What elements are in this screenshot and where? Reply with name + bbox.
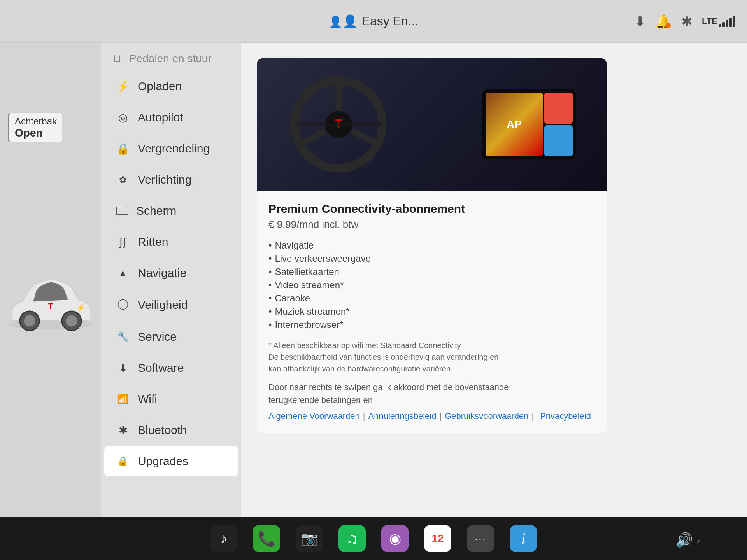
tesla-car-image: T ⚡ — [0, 268, 101, 338]
sidebar-item-ritten[interactable]: ʃʃ Ritten — [104, 227, 238, 257]
plan-price: € 9,99/mnd incl. btw — [268, 219, 595, 231]
link-algemene[interactable]: Algemene Voorwaarden — [268, 411, 360, 421]
download-icon: ⬇ — [116, 362, 130, 374]
wifi-label: Wifi — [138, 392, 157, 406]
svg-text:⚡: ⚡ — [76, 303, 86, 312]
autopilot-label: Autopilot — [138, 111, 183, 124]
features-list: Navigatie Live verkeersweergave Satellie… — [268, 240, 595, 330]
lock-icon: 🔒 — [116, 142, 130, 155]
taskbar-music[interactable]: ♪ — [210, 525, 237, 552]
nav-right-arrow[interactable]: › — [697, 534, 700, 546]
taskbar-purple-app[interactable]: ◉ — [381, 525, 409, 552]
sidebar-item-wifi[interactable]: 📶 Wifi — [104, 384, 238, 414]
car-status-value: Open — [15, 127, 57, 139]
sep-2: | — [439, 411, 442, 421]
user-profile[interactable]: 👤 Easy En... — [329, 14, 419, 29]
shield-icon: ⓘ — [116, 298, 130, 312]
nav-icon: ▲ — [116, 268, 130, 278]
wrench-icon: 🔧 — [116, 331, 130, 342]
top-bar-center: 👤 Easy En... — [329, 14, 419, 29]
mini-map: AP — [486, 93, 543, 156]
svg-line-10 — [298, 131, 325, 145]
agreement-text: Door naar rechts te swipen ga ik akkoord… — [268, 381, 595, 406]
feature-internet: Internetbrowser* — [268, 319, 595, 330]
link-privacy[interactable]: Privacybeleid — [540, 411, 591, 421]
ritten-label: Ritten — [138, 235, 168, 248]
opladen-label: Opladen — [138, 80, 182, 93]
connectivity-card: T AP — [257, 58, 607, 433]
car-area: Achterbak Open T ⚡ — [0, 43, 101, 517]
mini-app-1 — [544, 93, 573, 124]
sidebar-item-upgrades[interactable]: 🔒 Upgrades — [104, 446, 238, 476]
bolt-icon: ⚡ — [116, 80, 130, 93]
pedal-icon — [113, 52, 121, 65]
light-icon: ✿ — [116, 174, 130, 185]
svg-point-4 — [66, 315, 77, 327]
notification-wrap: 🔔 — [655, 14, 672, 29]
volume-area: 🔊 › — [675, 532, 700, 548]
sidebar-item-bluetooth[interactable]: ✱ Bluetooth — [104, 415, 238, 445]
sidebar-item-veiligheid[interactable]: ⓘ Veiligheid — [104, 289, 238, 321]
notification-dot — [665, 23, 671, 28]
mini-screen: AP — [482, 89, 576, 159]
upgrades-label: Upgrades — [138, 455, 188, 468]
feature-live: Live verkeersweergave — [268, 253, 595, 264]
lte-signal: LTE — [702, 16, 735, 27]
top-bar: 👤 Easy En... ⬇ 🔔 ✱ LTE — [0, 0, 747, 43]
autopilot-icon: ◎ — [116, 111, 130, 124]
sidebar-item-scherm[interactable]: Scherm — [104, 196, 238, 226]
pedalen-label: Pedalen en stuur — [129, 52, 212, 65]
sidebar-item-opladen[interactable]: ⚡ Opladen — [104, 71, 238, 102]
mini-app-2 — [544, 125, 573, 156]
main-content: T AP — [241, 43, 747, 517]
svg-rect-13 — [295, 122, 382, 127]
bluetooth-icon[interactable]: ✱ — [681, 14, 692, 29]
sidebar-item-software[interactable]: ⬇ Software — [104, 353, 238, 383]
service-label: Service — [138, 330, 177, 343]
link-annulering[interactable]: Annuleringsbeleid — [368, 411, 437, 421]
sidebar: Pedalen en stuur ⚡ Opladen ◎ Autopilot 🔒… — [101, 43, 241, 517]
wifi-icon: 📶 — [116, 394, 130, 404]
sidebar-item-navigatie[interactable]: ▲ Navigatie — [104, 258, 238, 288]
feature-muziek: Muziek streamen* — [268, 306, 595, 317]
signal-bars — [719, 16, 735, 27]
user-label-text: Easy En... — [362, 14, 419, 28]
disclaimer: * Alleen beschikbaar op wifi met Standaa… — [268, 340, 595, 374]
taskbar-phone[interactable]: 📞 — [253, 525, 280, 552]
bluetooth-label: Bluetooth — [138, 424, 187, 437]
sidebar-item-vergrendeling[interactable]: 🔒 Vergrendeling — [104, 133, 238, 164]
sidebar-item-service[interactable]: 🔧 Service — [104, 322, 238, 352]
dashboard-bg: T AP — [257, 58, 607, 191]
volume-icon[interactable]: 🔊 — [675, 532, 693, 548]
lte-text: LTE — [702, 16, 717, 26]
taskbar-spotify[interactable]: ♫ — [338, 525, 366, 552]
top-bar-right: ⬇ 🔔 ✱ LTE — [418, 14, 735, 29]
veiligheid-label: Veiligheid — [138, 298, 188, 312]
main-screen: 👤 Easy En... ⬇ 🔔 ✱ LTE Achterbak Open — [0, 0, 747, 560]
taskbar-dots[interactable]: ··· — [467, 525, 494, 552]
svg-text:T: T — [48, 302, 53, 310]
link-gebruik[interactable]: Gebruiksvoorwaarden — [445, 411, 528, 421]
taskbar-calendar[interactable]: 12 — [424, 525, 451, 552]
verlichting-label: Verlichting — [138, 173, 191, 186]
sidebar-item-pedalen[interactable]: Pedalen en stuur — [101, 47, 241, 70]
legal-links: Algemene Voorwaarden | Annuleringsbeleid… — [268, 411, 595, 421]
feature-satelliet: Satellietkaarten — [268, 266, 595, 277]
sep-1: | — [363, 411, 365, 421]
plan-title: Premium Connectivity-abonnement — [268, 202, 595, 215]
taskbar-info[interactable]: i — [510, 525, 537, 552]
taskbar-camera[interactable]: 📷 — [296, 525, 323, 552]
svg-line-11 — [352, 131, 379, 145]
download-icon[interactable]: ⬇ — [635, 14, 645, 29]
sidebar-item-autopilot[interactable]: ◎ Autopilot — [104, 102, 238, 133]
scherm-label: Scherm — [136, 204, 176, 217]
feature-navigatie: Navigatie — [268, 240, 595, 251]
sidebar-item-verlichting[interactable]: ✿ Verlichting — [104, 164, 238, 195]
upgrades-icon: 🔒 — [116, 456, 130, 467]
sep-3: | — [531, 411, 534, 421]
steering-wheel-svg: T — [288, 74, 389, 175]
car-status: Achterbak Open — [8, 113, 62, 142]
navigatie-label: Navigatie — [138, 266, 186, 280]
software-label: Software — [138, 361, 184, 374]
car-status-label: Achterbak — [15, 116, 57, 127]
